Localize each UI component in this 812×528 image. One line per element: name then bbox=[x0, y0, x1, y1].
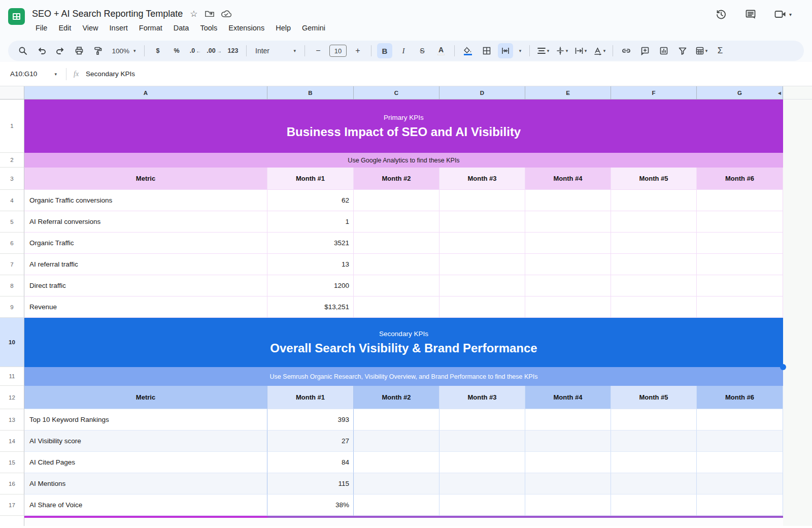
row-header-3[interactable]: 3 bbox=[0, 168, 24, 190]
formula-input[interactable]: Secondary KPIs bbox=[86, 70, 135, 78]
header-cell-month2[interactable]: Month #2 bbox=[354, 168, 439, 190]
cell-metric[interactable]: Top 10 Keyword Rankings bbox=[24, 409, 267, 431]
column-header-d[interactable]: D bbox=[439, 86, 525, 100]
cell-empty[interactable] bbox=[697, 233, 783, 254]
secondary-kpis-band-cell[interactable]: Secondary KPIs Overall Search Visibility… bbox=[24, 318, 783, 367]
header-cell-month6[interactable]: Month #6 bbox=[697, 386, 783, 409]
cell-empty[interactable] bbox=[525, 431, 611, 452]
cell-metric[interactable]: AI Referral conversions bbox=[24, 211, 267, 233]
cell-metric[interactable]: AI Visibility score bbox=[24, 431, 267, 452]
cell-empty[interactable] bbox=[525, 275, 611, 296]
bold-button[interactable]: B bbox=[377, 43, 392, 58]
cell-month1-value[interactable]: 3521 bbox=[267, 233, 354, 254]
cell-empty[interactable] bbox=[611, 452, 697, 473]
create-filter-icon[interactable] bbox=[675, 43, 690, 58]
cell-empty[interactable] bbox=[697, 409, 783, 431]
row-header-11[interactable]: 11 bbox=[0, 367, 24, 386]
column-header-b[interactable]: B bbox=[267, 86, 354, 100]
menu-view[interactable]: View bbox=[79, 23, 101, 33]
column-header-a[interactable]: A bbox=[24, 86, 267, 100]
menu-tools[interactable]: Tools bbox=[196, 23, 221, 33]
cell-empty[interactable] bbox=[354, 409, 439, 431]
cell-empty[interactable] bbox=[697, 494, 783, 516]
search-icon[interactable] bbox=[15, 43, 30, 58]
insert-link-icon[interactable] bbox=[619, 43, 634, 58]
cell-metric[interactable]: AI referral traffic bbox=[24, 254, 267, 275]
paint-format-icon[interactable] bbox=[90, 43, 106, 58]
cell-empty[interactable] bbox=[525, 452, 611, 473]
meet-video-call-icon[interactable]: ▾ bbox=[774, 9, 792, 20]
secondary-kpis-note-cell[interactable]: Use Semrush Organic Research, Visibility… bbox=[24, 367, 783, 386]
menu-insert[interactable]: Insert bbox=[106, 23, 131, 33]
cell-empty[interactable] bbox=[611, 275, 697, 296]
cell-empty[interactable] bbox=[525, 409, 611, 431]
row-header-1[interactable]: 1 bbox=[0, 100, 24, 153]
cell-empty[interactable] bbox=[697, 431, 783, 452]
cell-month1-value[interactable]: 1 bbox=[267, 211, 354, 233]
column-header-g[interactable]: G◀ bbox=[697, 86, 783, 100]
cell-metric[interactable]: AI Cited Pages bbox=[24, 452, 267, 473]
text-wrap-button[interactable]: ▾ bbox=[573, 43, 588, 58]
sheets-logo-icon[interactable] bbox=[8, 8, 25, 25]
cell-empty[interactable] bbox=[525, 296, 611, 318]
cell-empty[interactable] bbox=[525, 494, 611, 516]
cell-empty[interactable] bbox=[354, 233, 439, 254]
decrease-decimal-button[interactable]: .0← bbox=[188, 43, 203, 58]
text-rotation-button[interactable]: ▾ bbox=[592, 43, 607, 58]
table-views-button[interactable]: ▾ bbox=[694, 43, 709, 58]
header-cell-month3[interactable]: Month #3 bbox=[439, 386, 525, 409]
cell-empty[interactable] bbox=[697, 211, 783, 233]
row-header-4[interactable]: 4 bbox=[0, 190, 24, 211]
header-cell-month5[interactable]: Month #5 bbox=[611, 168, 697, 190]
cell-empty[interactable] bbox=[439, 431, 525, 452]
name-box-caret-icon[interactable]: ▾ bbox=[54, 72, 57, 77]
cloud-status-icon[interactable] bbox=[221, 10, 231, 18]
cell-metric[interactable]: Organic Traffic bbox=[24, 233, 267, 254]
hidden-columns-icon[interactable]: ◀ bbox=[778, 90, 781, 95]
version-history-icon[interactable] bbox=[715, 8, 727, 20]
merge-cells-button[interactable] bbox=[498, 43, 513, 58]
cell-empty[interactable] bbox=[697, 190, 783, 211]
font-select[interactable]: Inter▾ bbox=[252, 43, 299, 58]
increase-decimal-button[interactable]: .00→ bbox=[207, 43, 222, 58]
row-header-15[interactable]: 15 bbox=[0, 452, 24, 473]
fill-color-button[interactable] bbox=[460, 43, 476, 58]
cell-empty[interactable] bbox=[439, 296, 525, 318]
row-header-7[interactable]: 7 bbox=[0, 254, 24, 275]
move-to-folder-icon[interactable] bbox=[205, 10, 214, 18]
cell-month1-value[interactable]: 1200 bbox=[267, 275, 354, 296]
header-cell-month1[interactable]: Month #1 bbox=[267, 168, 354, 190]
cell-empty[interactable] bbox=[525, 211, 611, 233]
undo-icon[interactable] bbox=[34, 43, 49, 58]
header-cell-month4[interactable]: Month #4 bbox=[525, 386, 611, 409]
row-header-5[interactable]: 5 bbox=[0, 211, 24, 233]
cell-empty[interactable] bbox=[611, 296, 697, 318]
cell-empty[interactable] bbox=[439, 494, 525, 516]
document-title[interactable]: SEO + AI Search Reporting Template bbox=[32, 9, 183, 19]
cell-month1-value[interactable]: 62 bbox=[267, 190, 354, 211]
cell-empty[interactable] bbox=[439, 409, 525, 431]
cell-empty[interactable] bbox=[611, 473, 697, 494]
cell-month1-value[interactable]: $13,251 bbox=[267, 296, 354, 318]
cell-empty[interactable] bbox=[611, 409, 697, 431]
menu-file[interactable]: File bbox=[32, 23, 51, 33]
strikethrough-button[interactable]: S bbox=[415, 43, 430, 58]
cell-month1-value[interactable]: 38% bbox=[267, 494, 354, 516]
decrease-font-size-button[interactable]: − bbox=[311, 43, 326, 58]
cell-empty[interactable] bbox=[354, 473, 439, 494]
cell-empty[interactable] bbox=[611, 254, 697, 275]
cell-empty[interactable] bbox=[439, 452, 525, 473]
header-cell-month2[interactable]: Month #2 bbox=[354, 386, 439, 409]
italic-button[interactable]: I bbox=[396, 43, 411, 58]
format-currency-button[interactable]: $ bbox=[150, 43, 165, 58]
row-header-8[interactable]: 8 bbox=[0, 275, 24, 296]
cell-month1-value[interactable]: 393 bbox=[267, 409, 354, 431]
cell-empty[interactable] bbox=[439, 211, 525, 233]
menu-format[interactable]: Format bbox=[136, 23, 166, 33]
row-header-6[interactable]: 6 bbox=[0, 233, 24, 254]
header-cell-metric[interactable]: Metric bbox=[24, 386, 267, 409]
meet-dropdown-caret-icon[interactable]: ▾ bbox=[789, 12, 792, 17]
zoom-select[interactable]: 100% ▾ bbox=[109, 43, 139, 58]
cell-empty[interactable] bbox=[525, 190, 611, 211]
star-icon[interactable]: ☆ bbox=[190, 10, 197, 18]
